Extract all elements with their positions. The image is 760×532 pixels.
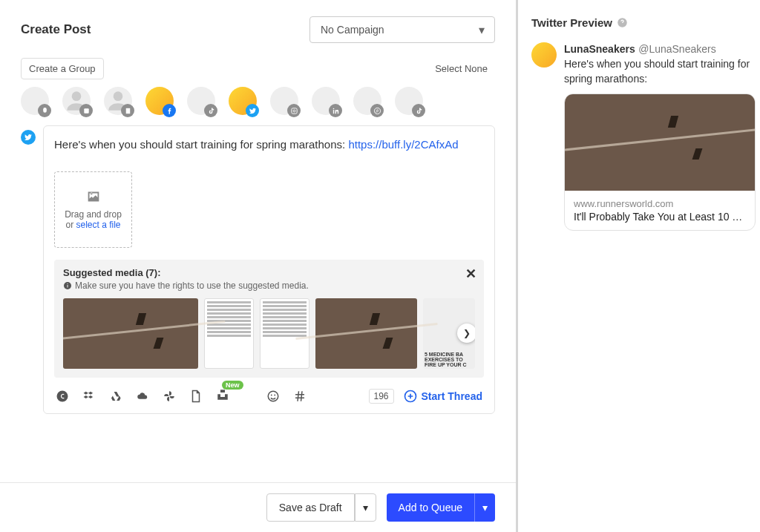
tiktok-icon xyxy=(412,104,425,117)
account-google[interactable] xyxy=(62,87,91,115)
preview-title: Twitter Preview xyxy=(531,16,612,29)
svg-point-0 xyxy=(72,91,82,101)
svg-point-13 xyxy=(268,391,278,401)
canva-icon[interactable] xyxy=(56,390,69,403)
card-title: It'll Probably Take You at Least 10 We… xyxy=(574,211,746,223)
campaign-select[interactable]: No Campaign xyxy=(309,16,495,43)
new-badge: New xyxy=(222,381,243,390)
suggested-sub: Make sure you have the rights to use the… xyxy=(75,280,309,291)
svg-point-5 xyxy=(293,110,295,112)
account-mastodon[interactable] xyxy=(21,87,49,115)
file-icon[interactable] xyxy=(189,390,203,403)
svg-point-15 xyxy=(274,394,275,395)
dropbox-icon[interactable] xyxy=(82,390,96,403)
add-to-queue-dropdown[interactable]: ▾ xyxy=(474,493,495,522)
composer-toolbar: New 196 Start Thread xyxy=(54,379,484,413)
preview-name: LunaSneakers xyxy=(564,43,635,55)
start-thread-button[interactable]: Start Thread xyxy=(403,389,482,404)
svg-rect-6 xyxy=(332,110,333,114)
account-tiktok-1[interactable] xyxy=(187,87,215,115)
post-text-content: Here's when you should start training fo… xyxy=(54,138,348,151)
select-none-button[interactable]: Select None xyxy=(428,58,495,79)
tweet-preview: LunaSneakers @LunaSneakers Here's when y… xyxy=(531,42,756,231)
promo-line1: 5 MEDICINE BA xyxy=(425,352,474,357)
account-instagram[interactable] xyxy=(270,87,298,115)
mastodon-icon xyxy=(38,104,51,117)
tiktok-icon xyxy=(204,104,217,117)
suggested-title: Suggested media (7): xyxy=(63,267,475,278)
composer-footer: Save as Draft ▾ Add to Queue ▾ xyxy=(0,482,516,532)
svg-rect-1 xyxy=(84,108,88,113)
preview-panel: Twitter Preview LunaSneakers @LunaSneake… xyxy=(518,0,760,532)
page-title: Create Post xyxy=(21,22,91,37)
link-card[interactable]: www.runnersworld.com It'll Probably Take… xyxy=(564,93,756,231)
page-icon xyxy=(121,104,134,117)
dropzone-line1: Drag and drop xyxy=(65,209,122,220)
emoji-icon[interactable] xyxy=(266,390,280,403)
active-network-twitter-icon xyxy=(21,130,36,145)
suggested-media-2[interactable] xyxy=(204,298,254,369)
suggested-media-3[interactable] xyxy=(260,298,309,369)
promo-line2: EXERCISES TO xyxy=(425,357,474,362)
select-file-link[interactable]: select a file xyxy=(76,220,120,230)
facebook-icon xyxy=(163,104,176,117)
hashtag-icon[interactable] xyxy=(293,390,307,403)
promo-line3: FIRE UP YOUR C xyxy=(425,362,474,367)
suggested-media-1[interactable] xyxy=(63,298,198,369)
account-row xyxy=(21,87,495,115)
pinterest-icon xyxy=(370,104,384,117)
post-link[interactable]: https://buff.ly/2CAfxAd xyxy=(348,138,458,151)
add-to-queue-button[interactable]: Add to Queue xyxy=(387,493,474,522)
start-thread-label: Start Thread xyxy=(422,390,482,402)
preview-text: Here's when you should start training fo… xyxy=(564,57,756,86)
account-linkedin-page[interactable] xyxy=(104,87,132,115)
card-domain: www.runnersworld.com xyxy=(574,198,746,209)
dropzone-or: or xyxy=(65,220,76,230)
suggested-next-button[interactable]: ❯ xyxy=(457,324,475,343)
save-draft-button[interactable]: Save as Draft xyxy=(266,493,355,522)
unsplash-icon[interactable] xyxy=(216,388,229,401)
campaign-select-wrap: No Campaign xyxy=(309,16,495,43)
help-icon[interactable] xyxy=(617,17,628,28)
svg-point-14 xyxy=(271,394,272,395)
save-draft-dropdown[interactable]: ▾ xyxy=(355,493,376,522)
suggested-media-panel: ✕ Suggested media (7): Make sure you hav… xyxy=(54,260,484,378)
avatar xyxy=(531,42,557,68)
image-icon xyxy=(85,188,102,205)
create-group-button[interactable]: Create a Group xyxy=(21,58,104,79)
info-icon xyxy=(63,281,72,290)
svg-rect-4 xyxy=(291,108,296,113)
account-twitter[interactable] xyxy=(229,87,257,115)
svg-rect-10 xyxy=(68,285,68,288)
svg-point-2 xyxy=(114,91,123,101)
account-facebook[interactable] xyxy=(145,87,174,115)
close-suggested-button[interactable]: ✕ xyxy=(465,266,476,282)
onedrive-icon[interactable] xyxy=(136,390,149,403)
linkedin-icon xyxy=(329,104,342,117)
account-tiktok-2[interactable] xyxy=(395,87,423,115)
googlephotos-icon[interactable] xyxy=(163,390,176,403)
gbp-icon xyxy=(79,104,93,117)
char-count: 196 xyxy=(369,389,394,404)
post-editor[interactable]: Here's when you should start training fo… xyxy=(43,125,495,414)
suggested-media-row: 5 MEDICINE BA EXERCISES TO FIRE UP YOUR … xyxy=(63,298,475,369)
instagram-icon xyxy=(287,104,301,117)
suggested-media-4[interactable] xyxy=(315,298,417,369)
twitter-icon xyxy=(246,104,259,117)
plus-circle-icon xyxy=(403,389,418,404)
account-linkedin[interactable] xyxy=(312,87,340,115)
account-pinterest[interactable] xyxy=(353,87,381,115)
card-image xyxy=(565,94,755,191)
media-dropzone[interactable]: Drag and dropor select a file xyxy=(54,171,132,248)
composer-panel: Create Post No Campaign Create a Group S… xyxy=(0,0,518,532)
svg-point-7 xyxy=(332,108,334,109)
svg-point-12 xyxy=(57,390,68,401)
svg-rect-3 xyxy=(125,108,130,113)
preview-handle: @LunaSneakers xyxy=(638,43,716,55)
svg-rect-11 xyxy=(68,283,68,284)
googledrive-icon[interactable] xyxy=(109,390,122,403)
post-text[interactable]: Here's when you should start training fo… xyxy=(54,137,484,154)
